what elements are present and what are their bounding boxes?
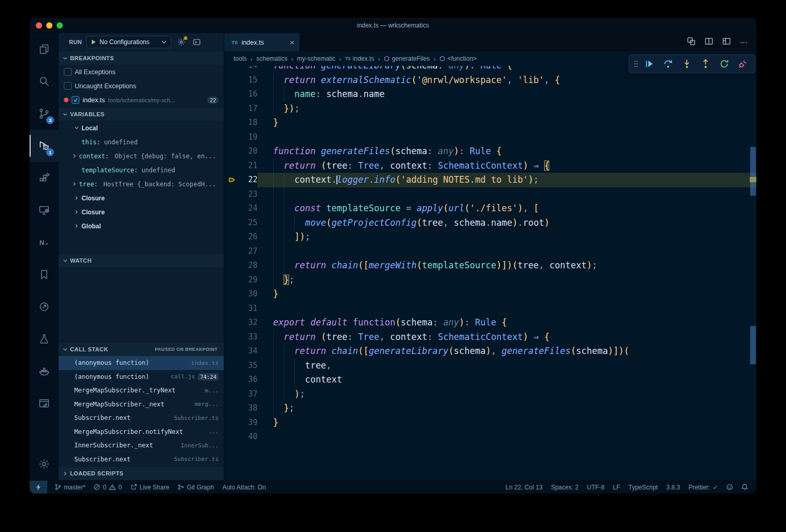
minimize-window-button[interactable]	[46, 22, 52, 29]
sidebar-item-run-debug[interactable]: 1	[30, 130, 59, 162]
code-line-36[interactable]: 36context	[224, 373, 756, 387]
variable-this[interactable]: this: undefined	[59, 135, 224, 149]
gutter-glyph[interactable]	[224, 116, 240, 130]
gutter-glyph[interactable]	[224, 87, 240, 102]
gutter-glyph[interactable]	[224, 344, 240, 359]
live-share-status[interactable]: Live Share	[126, 481, 173, 494]
call-stack-frame[interactable]: Subscriber.next Subscriber.ts	[59, 453, 224, 467]
gutter-glyph[interactable]	[224, 130, 240, 145]
sidebar-item-remote-explorer[interactable]	[30, 194, 59, 226]
code-line-20[interactable]: 20function generateFiles(schema: any): R…	[224, 144, 756, 159]
code-line-17[interactable]: 17});	[224, 102, 756, 116]
gutter-glyph[interactable]	[224, 430, 240, 444]
git-graph-status[interactable]: Git Graph	[173, 481, 218, 494]
breadcrumb-function[interactable]: <function>	[439, 55, 477, 62]
breakpoints-section-header[interactable]: BREAKPOINTS	[59, 51, 224, 65]
call-stack-frame[interactable]: (anonymous function) call.js 74:24	[59, 370, 224, 384]
code-line-38[interactable]: 38};	[224, 401, 756, 416]
code-line-24[interactable]: 24const templateSource = apply(url('./fi…	[224, 201, 756, 216]
code-line-19[interactable]: 19	[224, 130, 756, 145]
feedback-button[interactable]	[722, 481, 737, 494]
split-editor-button[interactable]	[704, 37, 713, 48]
variables-section-header[interactable]: VARIABLES	[59, 107, 224, 121]
step-out-button[interactable]	[697, 56, 714, 72]
gutter-glyph[interactable]	[224, 244, 240, 259]
gutter-glyph[interactable]	[224, 273, 240, 288]
breakpoint-all-exceptions[interactable]: All Exceptions	[59, 65, 224, 79]
gutter-glyph[interactable]	[224, 330, 240, 345]
code-line-15[interactable]: 15return externalSchematic('@nrwl/worksp…	[224, 73, 756, 88]
problems-status[interactable]: 0 0	[89, 481, 126, 494]
sidebar-item-nx-console[interactable]: N	[30, 226, 59, 258]
breadcrumb-my-schematic[interactable]: my-schematic	[297, 55, 335, 62]
code-line-30[interactable]: 30}	[224, 287, 756, 302]
breadcrumb-schematics[interactable]: schematics	[256, 55, 288, 62]
sidebar-item-docker[interactable]	[30, 355, 59, 387]
cursor-position-status[interactable]: Ln 22, Col 13	[502, 481, 547, 494]
close-tab-icon[interactable]: ×	[290, 38, 294, 46]
code-line-18[interactable]: 18}	[224, 116, 756, 130]
scope-local[interactable]: Local	[59, 121, 224, 135]
code-line-27[interactable]: 27	[224, 244, 756, 259]
sidebar-item-browser-preview[interactable]	[30, 387, 59, 419]
step-into-button[interactable]	[678, 56, 696, 72]
disconnect-button[interactable]	[734, 56, 752, 72]
typescript-version-status[interactable]: 3.8.3	[662, 481, 684, 494]
call-stack-frame[interactable]: (anonymous function) index.ts	[59, 356, 224, 370]
more-actions-button[interactable]: ⋯	[740, 38, 748, 47]
scope-closure-2[interactable]: Closure	[59, 205, 224, 219]
git-branch-status[interactable]: master*	[50, 481, 89, 494]
call-stack-section-header[interactable]: CALL STACK PAUSED ON BREAKPOINT	[59, 342, 224, 356]
code-line-40[interactable]: 40	[224, 430, 756, 444]
open-changes-button[interactable]	[687, 37, 696, 48]
gutter-glyph[interactable]	[224, 66, 240, 73]
code-line-37[interactable]: 37);	[224, 387, 756, 402]
debug-config-dropdown[interactable]: No Configurations	[86, 36, 171, 48]
scope-closure-1[interactable]: Closure	[59, 191, 224, 205]
breadcrumb-index-ts[interactable]: TS index.ts	[345, 55, 374, 62]
call-stack-frame[interactable]: Subscriber.next Subscriber.ts	[59, 411, 224, 425]
code-line-21[interactable]: 21return (tree: Tree, context: Schematic…	[224, 159, 756, 173]
loaded-scripts-section-header[interactable]: LOADED SCRIPTS	[59, 466, 224, 480]
prettier-status[interactable]: Prettier: ✓	[684, 481, 722, 494]
gutter-glyph[interactable]	[224, 387, 240, 402]
encoding-status[interactable]: UTF-8	[583, 481, 609, 494]
call-stack-frame[interactable]: MergeMapSubscriber.notifyNext ...	[59, 425, 224, 439]
breakpoint-index-ts[interactable]: index.ts tools/schematics/my-sch... 22	[59, 93, 224, 107]
toggle-layout-button[interactable]	[722, 37, 731, 48]
sidebar-item-source-control[interactable]: 3	[30, 98, 59, 130]
call-stack-frame[interactable]: MergeMapSubscriber._tryNext m...	[59, 384, 224, 398]
sidebar-item-explorer[interactable]	[30, 33, 59, 65]
manage-settings-button[interactable]	[30, 448, 59, 480]
auto-attach-status[interactable]: Auto Attach: On	[218, 481, 270, 494]
debug-current-line-glyph[interactable]	[224, 173, 240, 187]
code-line-29[interactable]: 29};	[224, 273, 756, 288]
gutter-glyph[interactable]	[224, 144, 240, 159]
gutter-glyph[interactable]	[224, 416, 240, 430]
checkbox-unchecked[interactable]	[64, 68, 72, 76]
gutter-glyph[interactable]	[224, 73, 240, 88]
gutter-glyph[interactable]	[224, 201, 240, 216]
code-line-35[interactable]: 35tree,	[224, 359, 756, 373]
sidebar-item-extensions[interactable]	[30, 162, 59, 194]
remote-indicator[interactable]	[30, 481, 47, 494]
gutter-glyph[interactable]	[224, 287, 240, 302]
gutter-glyph[interactable]	[224, 230, 240, 244]
variable-tree[interactable]: tree: HostTree {_backend: ScopedH...	[59, 177, 224, 191]
sidebar-item-search[interactable]	[30, 65, 59, 98]
toolbar-drag-handle[interactable]	[632, 56, 640, 72]
code-editor[interactable]: 14function generateLibrary(schema: any):…	[224, 66, 756, 480]
gutter-glyph[interactable]	[224, 102, 240, 116]
gutter-glyph[interactable]	[224, 159, 240, 173]
gutter-glyph[interactable]	[224, 401, 240, 416]
sidebar-item-live-share[interactable]	[30, 291, 59, 323]
open-debug-console-button[interactable]	[191, 36, 202, 48]
step-over-button[interactable]	[659, 56, 677, 72]
call-stack-frame[interactable]: MergeMapSubscriber._next merg...	[59, 398, 224, 412]
breadcrumb-generate-files[interactable]: generateFiles	[384, 55, 430, 62]
code-line-26[interactable]: 26]);	[224, 230, 756, 244]
code-line-22[interactable]: 22context.logger.info('adding NOTES.md t…	[224, 173, 756, 187]
sidebar-item-bookmarks[interactable]	[30, 258, 59, 291]
close-window-button[interactable]	[36, 22, 42, 29]
sidebar-item-testing[interactable]	[30, 323, 59, 355]
